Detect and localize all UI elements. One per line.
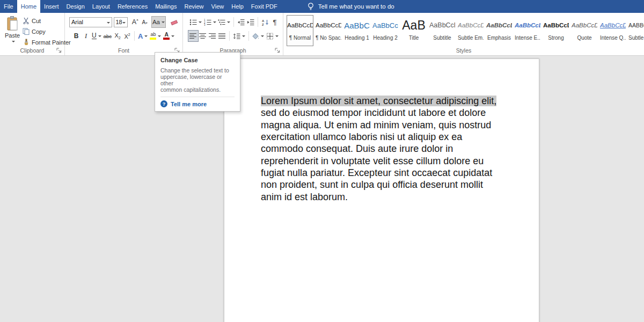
underline-button[interactable]: U — [91, 31, 103, 41]
paste-dropdown-caret[interactable] — [12, 41, 15, 44]
document-text[interactable]: Lorem Ipsum dolor sit amet, consectetur … — [261, 95, 513, 203]
text-effects-button[interactable]: A — [137, 31, 149, 41]
font-name-select[interactable]: Arial — [69, 17, 112, 27]
tab-mailings[interactable]: Mailings — [151, 0, 180, 13]
show-formatting-marks-button[interactable]: ¶ — [270, 17, 280, 27]
grow-font-button[interactable]: A — [130, 17, 140, 27]
document-canvas: Lorem Ipsum dolor sit amet, consectetur … — [0, 56, 644, 322]
justify-button[interactable] — [217, 31, 227, 41]
style-label: Quote — [577, 35, 591, 41]
highlight-button[interactable]: ab — [149, 31, 162, 41]
copy-button[interactable]: Copy — [23, 27, 71, 36]
tab-insert[interactable]: Insert — [40, 0, 63, 13]
lightbulb-icon — [307, 2, 314, 11]
tab-view[interactable]: View — [208, 0, 228, 13]
document-line[interactable]: non proident, sunt in culpa qui officia … — [261, 179, 513, 191]
document-line[interactable]: commodo consequat. Duis aute irure dolor… — [261, 143, 513, 155]
subscript-button[interactable]: X2 — [113, 31, 122, 41]
multilevel-list-button[interactable] — [217, 17, 231, 27]
document-line[interactable]: fugiat nulla pariatur. Excepteur sint oc… — [261, 167, 513, 179]
shading-button[interactable] — [251, 31, 266, 41]
shrink-font-button[interactable]: A — [140, 17, 150, 27]
document-line[interactable]: Lorem Ipsum dolor sit amet, consectetur … — [261, 95, 513, 107]
tellme-label[interactable]: Tell me what you want to do — [318, 3, 394, 10]
style-sample: AaBbCcDc — [316, 16, 341, 35]
tab-file[interactable]: File — [0, 0, 17, 13]
style-item-intense-e[interactable]: AaBbCcDcIntense E... — [514, 15, 541, 46]
font-size-select[interactable]: 18 — [114, 17, 128, 27]
clipboard-dialog-launcher-icon[interactable] — [56, 48, 62, 54]
numbering-icon: 123 — [204, 19, 211, 26]
tooltip-divider — [160, 97, 235, 97]
increase-indent-button[interactable] — [246, 17, 255, 27]
change-case-button[interactable]: Aa — [152, 17, 165, 27]
decrease-indent-button[interactable] — [236, 17, 246, 27]
selected-text[interactable]: Lorem Ipsum dolor sit amet, consectetur … — [261, 96, 496, 106]
style-item-title[interactable]: AaBTitle — [400, 15, 427, 46]
borders-button[interactable] — [265, 31, 280, 41]
paragraph-dialog-launcher-icon[interactable] — [275, 48, 281, 54]
line-spacing-button[interactable] — [232, 31, 246, 41]
style-item-h1[interactable]: AaBbCHeading 1 — [343, 15, 370, 46]
style-item-h2[interactable]: AaBbCcDHeading 2 — [372, 15, 399, 46]
style-label: Intense Q... — [600, 35, 626, 41]
borders-grid-icon — [266, 33, 274, 40]
italic-button[interactable]: I — [81, 31, 91, 41]
tab-design[interactable]: Design — [63, 0, 89, 13]
style-sample: AaBbCcDc — [486, 16, 512, 35]
document-line[interactable]: anim id est laborum. — [261, 191, 513, 203]
tab-home[interactable]: Home — [17, 0, 40, 13]
copy-pages-icon — [23, 28, 30, 35]
style-item-subtle-em[interactable]: AaBbCcDcSubtle Em... — [457, 15, 484, 46]
eraser-icon — [170, 19, 178, 26]
style-item-normal[interactable]: AaBbCcDc¶ No Spac... — [315, 15, 342, 46]
align-center-button[interactable] — [198, 31, 208, 41]
clear-formatting-button[interactable] — [170, 17, 179, 27]
numbering-button[interactable]: 123 — [203, 17, 217, 27]
strikethrough-button[interactable]: abc — [103, 31, 113, 41]
bullets-button[interactable] — [188, 17, 203, 27]
paragraph-group: 123 — [183, 13, 283, 55]
superscript-button[interactable]: X2 — [122, 31, 132, 41]
font-color-button[interactable]: A — [162, 31, 175, 41]
tell-me-more-link[interactable]: ? Tell me more — [160, 100, 235, 107]
style-label: Subtle Em... — [458, 35, 484, 41]
format-painter-button[interactable]: Format Painter — [23, 38, 71, 47]
style-label: ¶ No Spac... — [316, 35, 341, 41]
style-item-emphasis[interactable]: AaBbCcDcEmphasis — [486, 15, 513, 46]
document-line[interactable]: exercitation ullamco laboris nisi ut ali… — [261, 131, 513, 143]
align-right-button[interactable] — [208, 31, 217, 41]
align-left-button[interactable] — [188, 31, 198, 41]
style-sample: AaBbC — [344, 16, 370, 35]
change-case-tooltip: Change Case Change the selected text tou… — [155, 52, 240, 112]
style-item-quote[interactable]: AaBbCcDcQuote — [571, 15, 598, 46]
style-item-intense-q[interactable]: AaBbCcDcIntense Q... — [599, 15, 626, 46]
increase-indent-icon — [247, 19, 254, 26]
sort-button[interactable]: AZ — [260, 17, 270, 27]
bold-button[interactable]: B — [71, 31, 81, 41]
tooltip-body-line: uppercase, lowercase or other — [160, 74, 235, 86]
svg-text:3: 3 — [204, 24, 206, 26]
help-question-icon: ? — [160, 100, 167, 107]
ribbon-tab-bar: FileHomeInsertDesignLayoutReferencesMail… — [0, 0, 644, 13]
document-page[interactable]: Lorem Ipsum dolor sit amet, consectetur … — [224, 58, 539, 322]
style-label: Heading 2 — [373, 35, 398, 41]
tab-layout[interactable]: Layout — [89, 0, 114, 13]
tab-references[interactable]: References — [114, 0, 151, 13]
style-item-normal[interactable]: AaBbCcDc¶ Normal — [287, 15, 313, 46]
bullets-icon — [189, 19, 197, 26]
style-item-subtitle[interactable]: AaBbCcDSubtitle — [429, 15, 456, 46]
style-item-strong[interactable]: AaBbCcDcStrong — [543, 15, 569, 46]
paste-label: Paste — [5, 32, 20, 39]
document-line[interactable]: magna aliqua. Ut enim ad minim veniam, q… — [261, 119, 513, 131]
paste-button[interactable]: Paste — [3, 16, 21, 47]
style-item-subtle-ref[interactable]: AABBCCDCSubtle Ref... — [628, 15, 644, 46]
document-line[interactable]: reprehenderit in voluptate velit esse ci… — [261, 155, 513, 167]
cut-button[interactable]: Cut — [23, 16, 71, 25]
document-line[interactable]: sed do eiusmod tempor incididunt ut labo… — [261, 107, 513, 119]
styles-gallery: AaBbCcDc¶ NormalAaBbCcDc¶ No Spac...AaBb… — [287, 15, 644, 46]
tab-review[interactable]: Review — [181, 0, 208, 13]
tab-help[interactable]: Help — [228, 0, 247, 13]
tab-foxit-pdf[interactable]: Foxit PDF — [247, 0, 281, 13]
tellme-box[interactable]: Tell me what you want to do — [307, 0, 394, 13]
